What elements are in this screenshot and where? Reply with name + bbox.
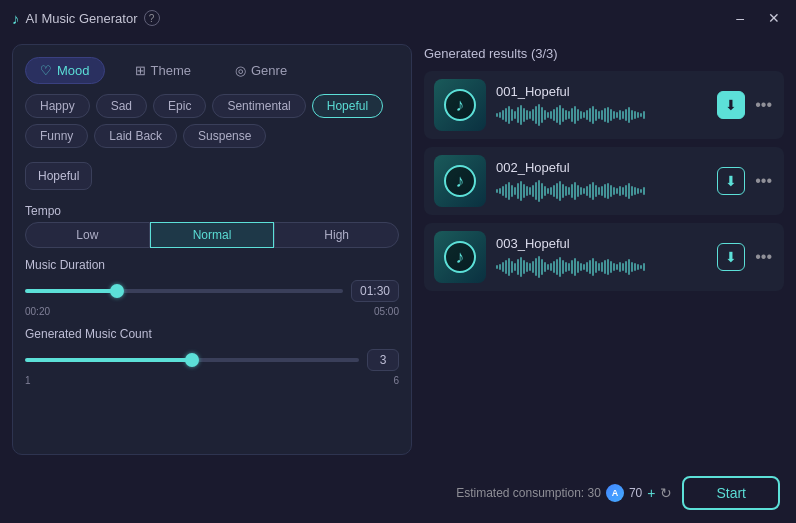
mood-hopeful[interactable]: Hopeful: [312, 94, 383, 118]
duration-slider[interactable]: [25, 289, 343, 293]
duration-min: 00:20: [25, 306, 50, 317]
count-labels: 1 6: [25, 375, 399, 386]
coins-count: 70: [629, 486, 642, 500]
coin-icon: A: [606, 484, 624, 502]
refresh-button[interactable]: ↻: [660, 485, 672, 501]
app-title: AI Music Generator: [26, 11, 138, 26]
minimize-button[interactable]: –: [732, 8, 748, 28]
theme-tab-label: Theme: [151, 63, 191, 78]
music-card-3: ♪ 003_Hopeful ⬇ •••: [424, 223, 784, 291]
duration-slider-row: 01:30: [25, 280, 399, 302]
music-info-2: 002_Hopeful: [496, 160, 707, 203]
start-button[interactable]: Start: [682, 476, 780, 510]
music-note-icon-2: ♪: [456, 171, 465, 192]
music-duration-section: Music Duration 01:30 00:20 05:00: [25, 258, 399, 317]
tab-theme[interactable]: ⊞ Theme: [121, 58, 205, 83]
download-button-2[interactable]: ⬇: [717, 167, 745, 195]
consumption-area: Estimated consumption: 30 A 70 + ↻: [456, 484, 672, 502]
music-title-3: 003_Hopeful: [496, 236, 707, 251]
music-count-section: Generated Music Count 3 1 6: [25, 327, 399, 386]
tempo-section: Tempo Low Normal High: [25, 204, 399, 248]
mood-happy[interactable]: Happy: [25, 94, 90, 118]
tab-genre[interactable]: ◎ Genre: [221, 58, 301, 83]
waveform-1: [496, 103, 707, 127]
music-title-1: 001_Hopeful: [496, 84, 707, 99]
music-actions-2: ⬇ •••: [717, 167, 774, 195]
right-panel: Generated results (3/3) ♪ 001_Hopeful ⬇ …: [424, 44, 784, 455]
music-card-2: ♪ 002_Hopeful ⬇ •••: [424, 147, 784, 215]
download-button-1[interactable]: ⬇: [717, 91, 745, 119]
music-info-1: 001_Hopeful: [496, 84, 707, 127]
duration-labels: 00:20 05:00: [25, 306, 399, 317]
waveform-3: [496, 255, 707, 279]
music-actions-1: ⬇ •••: [717, 91, 774, 119]
help-icon[interactable]: ?: [144, 10, 160, 26]
music-thumb-2: ♪: [434, 155, 486, 207]
genre-tab-icon: ◎: [235, 63, 246, 78]
duration-max: 05:00: [374, 306, 399, 317]
music-card-1: ♪ 001_Hopeful ⬇ •••: [424, 71, 784, 139]
music-actions-3: ⬇ •••: [717, 243, 774, 271]
bottom-bar: Estimated consumption: 30 A 70 + ↻ Start: [0, 463, 796, 523]
music-thumb-1: ♪: [434, 79, 486, 131]
app-icon: ♪: [12, 10, 20, 27]
mood-grid: Happy Sad Epic Sentimental Hopeful Funny…: [25, 94, 399, 148]
close-button[interactable]: ✕: [764, 8, 784, 28]
tab-mood[interactable]: ♡ Mood: [25, 57, 105, 84]
main-container: ♡ Mood ⊞ Theme ◎ Genre Happy Sad Epic Se…: [0, 36, 796, 463]
left-panel: ♡ Mood ⊞ Theme ◎ Genre Happy Sad Epic Se…: [12, 44, 412, 455]
tempo-group: Low Normal High: [25, 222, 399, 248]
count-slider-row: 3: [25, 349, 399, 371]
title-bar: ♪ AI Music Generator ? – ✕: [0, 0, 796, 36]
count-max: 6: [393, 375, 399, 386]
music-note-icon-3: ♪: [456, 247, 465, 268]
music-duration-label: Music Duration: [25, 258, 399, 272]
genre-tab-label: Genre: [251, 63, 287, 78]
title-bar-controls: – ✕: [732, 8, 784, 28]
count-slider[interactable]: [25, 358, 359, 362]
consumption-label: Estimated consumption: 30: [456, 486, 601, 500]
download-button-3[interactable]: ⬇: [717, 243, 745, 271]
music-note-icon-1: ♪: [456, 95, 465, 116]
waveform-2: [496, 179, 707, 203]
tempo-high[interactable]: High: [274, 222, 399, 248]
more-button-1[interactable]: •••: [753, 94, 774, 116]
more-button-2[interactable]: •••: [753, 170, 774, 192]
mood-sentimental[interactable]: Sentimental: [212, 94, 305, 118]
mood-epic[interactable]: Epic: [153, 94, 206, 118]
selected-mood-display: Hopeful: [25, 162, 92, 190]
add-coins-button[interactable]: +: [647, 485, 655, 501]
more-button-3[interactable]: •••: [753, 246, 774, 268]
tempo-normal[interactable]: Normal: [150, 222, 275, 248]
results-header: Generated results (3/3): [424, 44, 784, 63]
title-bar-left: ♪ AI Music Generator ?: [12, 10, 160, 27]
mood-sad[interactable]: Sad: [96, 94, 147, 118]
duration-current: 01:30: [351, 280, 399, 302]
mood-laid-back[interactable]: Laid Back: [94, 124, 177, 148]
music-title-2: 002_Hopeful: [496, 160, 707, 175]
tempo-low[interactable]: Low: [25, 222, 150, 248]
music-count-label: Generated Music Count: [25, 327, 399, 341]
mood-suspense[interactable]: Suspense: [183, 124, 266, 148]
tab-bar: ♡ Mood ⊞ Theme ◎ Genre: [25, 57, 399, 84]
count-min: 1: [25, 375, 31, 386]
mood-funny[interactable]: Funny: [25, 124, 88, 148]
tempo-label: Tempo: [25, 204, 399, 218]
mood-tab-icon: ♡: [40, 63, 52, 78]
theme-tab-icon: ⊞: [135, 63, 146, 78]
count-current: 3: [367, 349, 399, 371]
mood-tab-label: Mood: [57, 63, 90, 78]
music-info-3: 003_Hopeful: [496, 236, 707, 279]
music-thumb-3: ♪: [434, 231, 486, 283]
